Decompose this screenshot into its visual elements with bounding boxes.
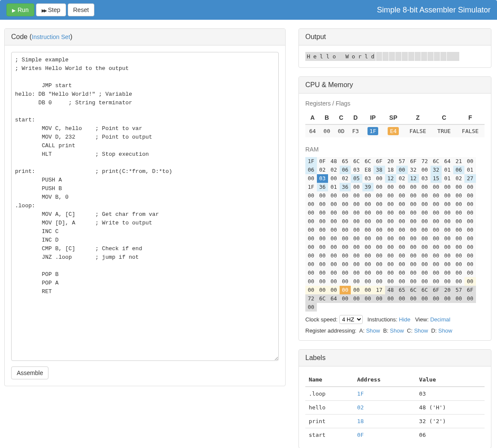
ram-cell[interactable]: 00 (362, 243, 374, 251)
view-toggle-link[interactable]: Decimal (430, 316, 450, 323)
ram-cell[interactable]: 00 (431, 251, 442, 260)
ram-cell[interactable]: 00 (419, 217, 431, 226)
ram-cell[interactable]: 6F (464, 286, 476, 294)
ram-cell[interactable]: 00 (374, 217, 385, 226)
ram-cell[interactable]: 1F (305, 157, 317, 166)
ram-cell[interactable]: 00 (328, 209, 340, 217)
ram-cell[interactable]: 00 (419, 234, 431, 243)
ram-cell[interactable]: 00 (464, 260, 476, 269)
ram-cell[interactable]: 00 (464, 217, 476, 226)
ram-cell[interactable]: 32 (431, 166, 442, 174)
ram-cell[interactable]: 00 (305, 191, 317, 200)
reg-addr-toggle-link[interactable]: Show (414, 327, 428, 334)
ram-cell[interactable]: 00 (328, 217, 340, 226)
ram-cell[interactable]: 00 (408, 260, 419, 269)
ram-cell[interactable]: 00 (396, 269, 408, 277)
ram-cell[interactable]: 00 (464, 226, 476, 234)
ram-cell[interactable]: 00 (453, 217, 465, 226)
ram-cell[interactable]: 00 (305, 174, 317, 183)
ram-cell[interactable]: 00 (385, 269, 397, 277)
ram-cell[interactable]: 00 (317, 209, 328, 217)
ram-cell[interactable]: 65 (396, 286, 408, 294)
ram-cell[interactable]: 00 (340, 269, 351, 277)
ram-cell[interactable]: 01 (464, 166, 476, 174)
ram-cell[interactable]: 48 (385, 286, 397, 294)
ram-cell[interactable]: 00 (453, 183, 465, 191)
ram-cell[interactable]: 00 (408, 243, 419, 251)
ram-cell[interactable]: 32 (408, 166, 419, 174)
ram-cell[interactable]: 00 (374, 174, 385, 183)
label-address-link[interactable]: 1F (357, 390, 364, 397)
assemble-button[interactable]: Assemble (11, 366, 48, 379)
ram-cell[interactable]: 00 (464, 157, 476, 166)
ram-cell[interactable]: 00 (464, 183, 476, 191)
ram-cell[interactable]: 00 (317, 251, 328, 260)
ram-cell[interactable]: 57 (396, 157, 408, 166)
ram-cell[interactable]: 00 (385, 183, 397, 191)
ram-cell[interactable]: 00 (374, 191, 385, 200)
ram-cell[interactable]: 00 (408, 200, 419, 209)
ram-cell[interactable]: 00 (317, 234, 328, 243)
ram-cell[interactable]: 00 (305, 200, 317, 209)
ram-cell[interactable]: E8 (362, 166, 374, 174)
ram-cell[interactable]: 00 (408, 251, 419, 260)
ram-cell[interactable]: 00 (396, 166, 408, 174)
ram-cell[interactable]: 00 (374, 226, 385, 234)
ram-cell[interactable]: 00 (305, 226, 317, 234)
ram-cell[interactable]: 00 (362, 260, 374, 269)
ram-cell[interactable]: 00 (340, 260, 351, 269)
ram-cell[interactable]: 00 (442, 269, 453, 277)
ram-cell[interactable]: 00 (453, 243, 465, 251)
ram-cell[interactable]: 00 (453, 269, 465, 277)
ram-cell[interactable]: 15 (431, 174, 442, 183)
ram-cell[interactable]: 00 (453, 200, 465, 209)
clock-speed-select[interactable]: 4 HZ (339, 315, 363, 324)
ram-cell[interactable]: 00 (419, 191, 431, 200)
ram-cell[interactable]: 06 (340, 166, 351, 174)
ram-cell[interactable]: 00 (305, 217, 317, 226)
ram-cell[interactable]: 00 (431, 200, 442, 209)
ram-cell[interactable]: 02 (328, 166, 340, 174)
ram-cell[interactable]: 00 (396, 183, 408, 191)
ram-cell[interactable]: 01 (442, 166, 453, 174)
ram-cell[interactable]: 00 (419, 243, 431, 251)
ram-cell[interactable]: 00 (385, 243, 397, 251)
ram-cell[interactable]: 00 (408, 191, 419, 200)
ram-cell[interactable]: 00 (431, 217, 442, 226)
ram-cell[interactable]: 00 (464, 277, 476, 286)
ram-cell[interactable]: 00 (340, 200, 351, 209)
ram-cell[interactable]: 00 (464, 243, 476, 251)
ram-cell[interactable]: 00 (362, 200, 374, 209)
ram-cell[interactable]: 6F (431, 286, 442, 294)
ram-cell[interactable]: 18 (385, 166, 397, 174)
ram-cell[interactable]: 00 (396, 226, 408, 234)
ram-cell[interactable]: 27 (464, 174, 476, 183)
ram-cell[interactable]: 00 (362, 209, 374, 217)
ram-cell[interactable]: 00 (453, 260, 465, 269)
ram-cell[interactable]: 00 (362, 277, 374, 286)
ram-cell[interactable]: 00 (408, 209, 419, 217)
ram-cell[interactable]: 00 (442, 200, 453, 209)
ram-cell[interactable]: 00 (453, 277, 465, 286)
ram-cell[interactable]: 00 (374, 243, 385, 251)
ram-cell[interactable]: 00 (442, 191, 453, 200)
ram-cell[interactable]: 00 (431, 260, 442, 269)
ram-cell[interactable]: 00 (351, 269, 362, 277)
ram-cell[interactable]: 00 (328, 251, 340, 260)
ram-cell[interactable]: 00 (442, 234, 453, 243)
reset-button[interactable]: Reset (68, 3, 95, 16)
ram-cell[interactable]: 00 (408, 234, 419, 243)
ram-cell[interactable]: 00 (396, 191, 408, 200)
ram-cell[interactable]: 00 (351, 260, 362, 269)
ram-cell[interactable]: 00 (385, 260, 397, 269)
ram-cell[interactable]: 00 (431, 234, 442, 243)
instructions-toggle-link[interactable]: Hide (399, 316, 410, 323)
ram-cell[interactable]: 21 (453, 157, 465, 166)
ram-cell[interactable]: 00 (431, 226, 442, 234)
ram-cell[interactable]: 39 (362, 183, 374, 191)
ram-cell[interactable]: 00 (317, 277, 328, 286)
ram-cell[interactable]: 00 (442, 260, 453, 269)
ram-cell[interactable]: 00 (351, 243, 362, 251)
ram-cell[interactable]: 01 (328, 183, 340, 191)
ram-cell[interactable]: 00 (328, 260, 340, 269)
